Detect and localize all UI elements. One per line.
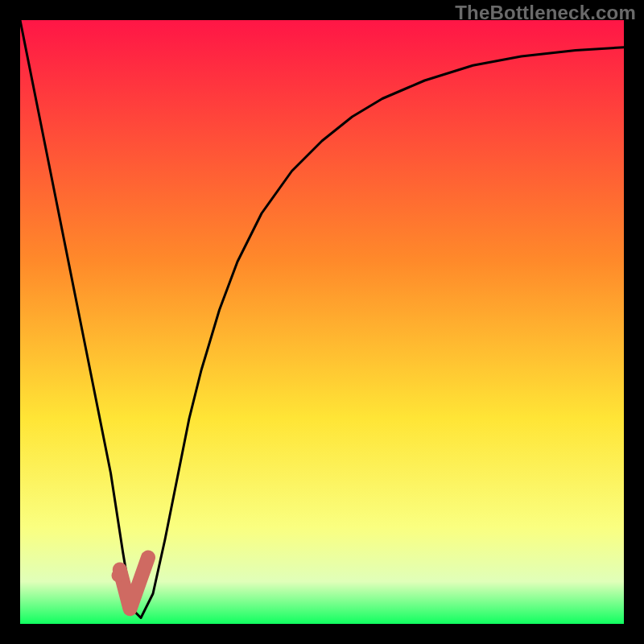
selected-marker-dot [112,569,125,582]
chart-frame: TheBottleneck.com [0,0,644,644]
plot-area [20,20,624,624]
chart-svg [20,20,624,624]
gradient-background [20,20,624,624]
